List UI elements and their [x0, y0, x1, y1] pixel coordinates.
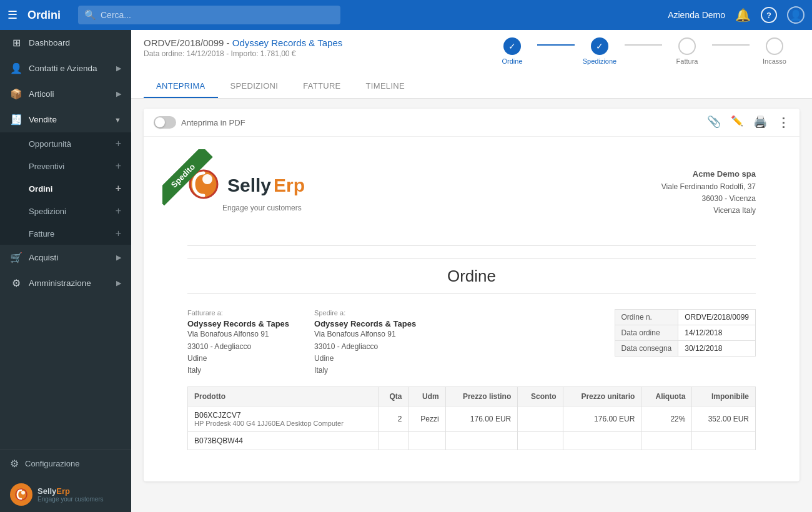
delivery-date-value: 30/12/2018 — [678, 341, 756, 357]
contact-icon: 👤 — [10, 62, 22, 74]
help-icon[interactable]: ? — [761, 7, 777, 23]
preview-actions: 📎 ✏️ 🖨️ ⋮ — [707, 115, 790, 130]
user-icon[interactable]: 👤 — [787, 6, 805, 24]
sidebar-item-dashboard[interactable]: ⊞ Dashboard — [0, 30, 131, 56]
subitem-label: Fatture — [29, 229, 54, 239]
tax-cell: 22% — [641, 406, 692, 432]
order-title: ORDVE/2018/0099 - Odyssey Records & Tape… — [144, 37, 342, 48]
order-info-table-wrap: Ordine n. ORDVE/2018/0099 Data ordine 14… — [615, 309, 756, 357]
chevron-right-icon: ▶ — [116, 254, 121, 262]
notification-icon[interactable]: 🔔 — [735, 7, 751, 22]
sidebar-item-label: Vendite — [29, 115, 108, 124]
delivery-date-row: Data consegna 30/12/2018 — [615, 341, 755, 357]
sidebar-subitem-preventivi[interactable]: Preventivi + — [0, 155, 131, 177]
col-qty: Qta — [379, 387, 408, 406]
qty-cell: 2 — [379, 406, 408, 432]
sidebar-item-vendite[interactable]: 🧾 Vendite ▼ — [0, 107, 131, 132]
discount-cell — [518, 432, 563, 450]
sidebar-item-acquisti[interactable]: 🛒 Acquisti ▶ — [0, 245, 131, 270]
bill-to-region: Udine — [187, 353, 289, 365]
add-fatture-icon[interactable]: + — [116, 228, 121, 239]
add-ordini-icon[interactable]: + — [116, 183, 121, 194]
col-udm: Udm — [408, 387, 445, 406]
logo-circle — [10, 483, 32, 506]
sidebar-config[interactable]: ⚙ Configurazione — [0, 450, 131, 477]
table-row: B06XCJZCV7 HP Prodesk 400 G4 1JJ60EA Des… — [188, 406, 756, 432]
add-spedizioni-icon[interactable]: + — [116, 205, 121, 217]
ship-to-city: 33010 - Adegliacco — [314, 341, 416, 353]
admin-icon: ⚙ — [10, 277, 22, 289]
order-customer-link[interactable]: Odyssey Records & Tapes — [232, 37, 342, 48]
preview-card: Anteprima in PDF 📎 ✏️ 🖨️ ⋮ — [144, 109, 800, 481]
order-info-table: Ordine n. ORDVE/2018/0099 Data ordine 14… — [615, 309, 756, 357]
spedito-badge: Spedito — [162, 149, 237, 224]
ship-to-address-line: Via Bonafous Alfonso 91 — [314, 328, 416, 340]
tab-spedizioni[interactable]: SPEDIZIONI — [218, 75, 291, 98]
chevron-down-icon: ▼ — [114, 116, 121, 124]
sales-icon: 🧾 — [10, 114, 22, 126]
step-spedizione: ✓ Spedizione — [575, 37, 625, 65]
add-preventivi-icon[interactable]: + — [116, 160, 121, 172]
list-price-cell: 176.00 EUR — [445, 406, 518, 432]
chevron-right-icon: ▶ — [116, 279, 121, 287]
order-id: ORDVE/2018/0099 — [144, 37, 224, 48]
svg-point-1 — [21, 491, 25, 495]
logo-erp: Erp — [274, 175, 305, 196]
step-line-2 — [625, 44, 662, 46]
sidebar-item-label: Amministrazione — [29, 278, 110, 288]
pdf-toggle[interactable] — [154, 116, 176, 129]
products-table: Prodotto Qta Udm Prezzo listino Sconto P… — [187, 386, 756, 450]
col-discount: Sconto — [518, 387, 563, 406]
company-country: Vicenza Italy — [661, 205, 756, 217]
company-city: 36030 - Vicenza — [661, 193, 756, 205]
acquisti-icon: 🛒 — [10, 252, 22, 263]
sidebar-item-label: Contatti e Azienda — [29, 64, 110, 73]
subitem-label: Opportunità — [29, 139, 71, 149]
sidebar-item-label: Acquisti — [29, 253, 110, 262]
sidebar-subitem-ordini[interactable]: Ordini + — [0, 177, 131, 200]
edit-icon[interactable]: ✏️ — [731, 115, 743, 130]
menu-icon[interactable]: ☰ — [7, 8, 17, 22]
tab-anteprima[interactable]: ANTEPRIMA — [144, 75, 218, 98]
sidebar-subitem-spedizioni[interactable]: Spedizioni + — [0, 200, 131, 222]
print-icon[interactable]: 🖨️ — [753, 115, 767, 130]
ship-to-name: Odyssey Records & Tapes — [314, 319, 416, 328]
add-opportunita-icon[interactable]: + — [116, 138, 121, 149]
sidebar-item-amministrazione[interactable]: ⚙ Amministrazione ▶ — [0, 270, 131, 296]
delivery-date-label: Data consegna — [615, 341, 678, 357]
more-icon[interactable]: ⋮ — [777, 115, 790, 130]
sidebar-subitem-opportunita[interactable]: Opportunità + — [0, 132, 131, 155]
ship-to-country: Italy — [314, 365, 416, 377]
order-number-value: ORDVE/2018/0099 — [678, 310, 756, 325]
sidebar-item-contatti[interactable]: 👤 Contatti e Azienda ▶ — [0, 56, 131, 81]
discount-cell — [518, 406, 563, 432]
step-incasso: Incasso — [750, 37, 800, 65]
search-input[interactable] — [78, 6, 340, 24]
order-number-label: Ordine n. — [615, 310, 678, 325]
udm-cell — [408, 432, 445, 450]
tab-timeline[interactable]: TIMELINE — [354, 75, 417, 98]
logo-svg — [14, 488, 28, 501]
col-tax: Aliquota — [641, 387, 692, 406]
config-icon: ⚙ — [10, 458, 19, 470]
tab-fatture[interactable]: FATTURE — [290, 75, 353, 98]
search-wrap: 🔍 — [78, 6, 340, 24]
order-number-row: Ordine n. ORDVE/2018/0099 — [615, 310, 755, 325]
udm-cell: Pezzi — [408, 406, 445, 432]
topbar-right: Azienda Demo 🔔 ? 👤 — [668, 6, 805, 24]
config-label: Configurazione — [25, 459, 79, 468]
document: Spedito — [162, 149, 781, 469]
subitem-label: Ordini — [29, 184, 52, 194]
sidebar-item-articoli[interactable]: 📦 Articoli ▶ — [0, 81, 131, 107]
sidebar-subitem-fatture[interactable]: Fatture + — [0, 222, 131, 245]
step-spedizione-circle: ✓ — [591, 37, 608, 55]
taxable-cell: 352.00 EUR — [692, 406, 756, 432]
step-spedizione-label: Spedizione — [583, 57, 616, 65]
attach-icon[interactable]: 📎 — [707, 115, 721, 130]
order-date-label: Data ordine — [615, 325, 678, 341]
order-meta: Data ordine: 14/12/2018 - Importo: 1.781… — [144, 49, 342, 58]
product-cell: B06XCJZCV7 HP Prodesk 400 G4 1JJ60EA Des… — [188, 406, 379, 432]
col-taxable: Imponibile — [692, 387, 756, 406]
col-list-price: Prezzo listino — [445, 387, 518, 406]
unit-price-cell: 176.00 EUR — [563, 406, 641, 432]
